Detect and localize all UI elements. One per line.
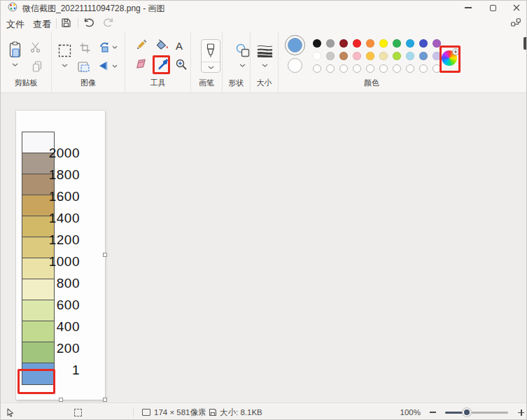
eraser-tool-button[interactable] bbox=[135, 59, 147, 69]
copy-button[interactable] bbox=[32, 61, 42, 72]
zoom-slider[interactable] bbox=[445, 412, 508, 414]
zoom-out-button[interactable] bbox=[430, 403, 436, 420]
brushes-label: 画笔 bbox=[191, 78, 222, 88]
flip-button[interactable] bbox=[98, 61, 108, 71]
menu-file[interactable]: 文件 bbox=[3, 17, 27, 32]
tools-label: 工具 bbox=[125, 78, 190, 88]
palette-color-swatch[interactable] bbox=[379, 39, 388, 48]
flip-dropdown-chevron-icon[interactable] bbox=[112, 64, 118, 68]
palette-color-swatch[interactable] bbox=[339, 39, 348, 48]
legend-label: 400 bbox=[38, 319, 80, 335]
shapes-button[interactable] bbox=[236, 43, 250, 57]
selection-size-icon bbox=[74, 403, 82, 420]
brush-icon bbox=[206, 43, 216, 59]
window-title: 微信截图_20221111094728.png - 画图 bbox=[22, 3, 164, 15]
resize-button[interactable] bbox=[78, 62, 90, 72]
paste-button[interactable] bbox=[8, 41, 22, 58]
menu-divider bbox=[78, 18, 78, 29]
palette-empty-slot[interactable] bbox=[353, 64, 361, 73]
crop-button[interactable] bbox=[80, 43, 90, 53]
color1-fill bbox=[288, 38, 302, 52]
palette-color-swatch[interactable] bbox=[313, 52, 321, 60]
palette-color-swatch[interactable] bbox=[326, 52, 335, 60]
paste-dropdown-chevron-icon[interactable] bbox=[12, 63, 18, 66]
legend-label: 600 bbox=[38, 298, 80, 313]
canvas-image[interactable]: 2000180016001400120010008006004002001 bbox=[16, 111, 105, 400]
status-divider bbox=[201, 407, 202, 417]
rotate-dropdown-chevron-icon[interactable] bbox=[112, 46, 118, 49]
palette-empty-slot[interactable] bbox=[313, 64, 321, 73]
highlight-box-edit-colors bbox=[440, 46, 461, 73]
minus-icon bbox=[430, 412, 436, 413]
highlight-box-eyedropper bbox=[153, 55, 170, 74]
palette-empty-slot[interactable] bbox=[366, 64, 374, 73]
select-button[interactable] bbox=[58, 44, 71, 57]
palette-color-swatch[interactable] bbox=[406, 39, 414, 48]
minimize-button[interactable] bbox=[458, 1, 479, 15]
palette-empty-slot[interactable] bbox=[326, 64, 335, 73]
canvas-resize-handle-bottom[interactable] bbox=[59, 398, 63, 402]
zoom-slider-thumb[interactable] bbox=[463, 408, 471, 416]
work-area: 2000180016001400120010008006004002001 bbox=[1, 93, 526, 402]
palette-color-swatch[interactable] bbox=[393, 39, 401, 48]
menu-divider bbox=[56, 18, 57, 29]
ribbon: 剪贴板 bbox=[1, 31, 526, 93]
palette-color-swatch[interactable] bbox=[393, 52, 401, 60]
file-size-text: 大小: 8.1KB bbox=[220, 403, 262, 420]
menu-bar: 文件 查看 bbox=[1, 15, 526, 31]
section-colors: 颜色 bbox=[279, 31, 527, 93]
size-button[interactable] bbox=[257, 44, 273, 57]
palette-color-swatch[interactable] bbox=[406, 52, 414, 60]
canvas-resize-handle-right[interactable] bbox=[103, 253, 107, 257]
close-button[interactable] bbox=[506, 1, 527, 15]
palette-empty-slot[interactable] bbox=[393, 64, 401, 73]
text-tool-button[interactable]: A bbox=[176, 40, 183, 52]
palette-color-swatch[interactable] bbox=[379, 52, 388, 60]
rotate-button[interactable] bbox=[99, 42, 110, 52]
zoom-level-text: 100% bbox=[400, 403, 421, 420]
palette-color-swatch[interactable] bbox=[353, 39, 361, 48]
palette-color-swatch[interactable] bbox=[366, 39, 374, 48]
select-dropdown-chevron-icon[interactable] bbox=[62, 64, 68, 67]
menu-view[interactable]: 查看 bbox=[30, 17, 54, 32]
size-dropdown-chevron-icon[interactable] bbox=[262, 64, 268, 67]
palette-empty-slot[interactable] bbox=[339, 64, 348, 73]
legend-label: 800 bbox=[38, 276, 80, 291]
palette-empty-slot[interactable] bbox=[419, 64, 428, 73]
maximize-button[interactable] bbox=[482, 1, 503, 15]
pencil-tool-button[interactable] bbox=[136, 39, 147, 50]
plus-icon bbox=[518, 410, 524, 416]
palette-color-swatch[interactable] bbox=[419, 39, 428, 48]
brushes-dropdown[interactable] bbox=[202, 62, 220, 72]
palette-color-swatch[interactable] bbox=[313, 39, 321, 48]
undo-button[interactable] bbox=[83, 18, 94, 27]
palette-row-3 bbox=[313, 64, 441, 73]
palette-row-2 bbox=[313, 52, 441, 60]
canvas-size-icon bbox=[142, 403, 150, 420]
palette-color-swatch[interactable] bbox=[353, 52, 361, 60]
zoom-in-button[interactable] bbox=[518, 403, 524, 420]
brushes-button[interactable] bbox=[201, 39, 220, 73]
palette-color-swatch[interactable] bbox=[339, 52, 348, 60]
palette-row-1 bbox=[313, 39, 441, 48]
color1-swatch[interactable] bbox=[285, 35, 305, 55]
magnifier-tool-button[interactable] bbox=[176, 59, 187, 70]
palette-empty-slot[interactable] bbox=[406, 64, 414, 73]
cut-button[interactable] bbox=[30, 42, 41, 52]
palette-color-swatch[interactable] bbox=[326, 39, 335, 48]
section-brushes: 画笔 bbox=[191, 31, 223, 93]
status-bar: 174 × 581像素 大小: 8.1KB 100% bbox=[1, 402, 526, 420]
shapes-dropdown-chevron-icon[interactable] bbox=[239, 64, 246, 67]
canvas-resize-handle-corner[interactable] bbox=[103, 398, 107, 402]
size-label: 大小 bbox=[251, 78, 278, 88]
palette-color-swatch[interactable] bbox=[366, 52, 374, 60]
legend-label: 1000 bbox=[38, 254, 80, 270]
save-button[interactable] bbox=[61, 18, 71, 28]
palette-empty-slot[interactable] bbox=[379, 64, 388, 73]
palette-color-swatch[interactable] bbox=[419, 52, 428, 60]
fill-tool-button[interactable] bbox=[156, 39, 169, 50]
section-shapes: 形状 bbox=[223, 31, 251, 93]
color2-swatch[interactable] bbox=[288, 58, 302, 73]
legend-label: 200 bbox=[38, 341, 80, 356]
redo-button[interactable] bbox=[103, 18, 114, 27]
